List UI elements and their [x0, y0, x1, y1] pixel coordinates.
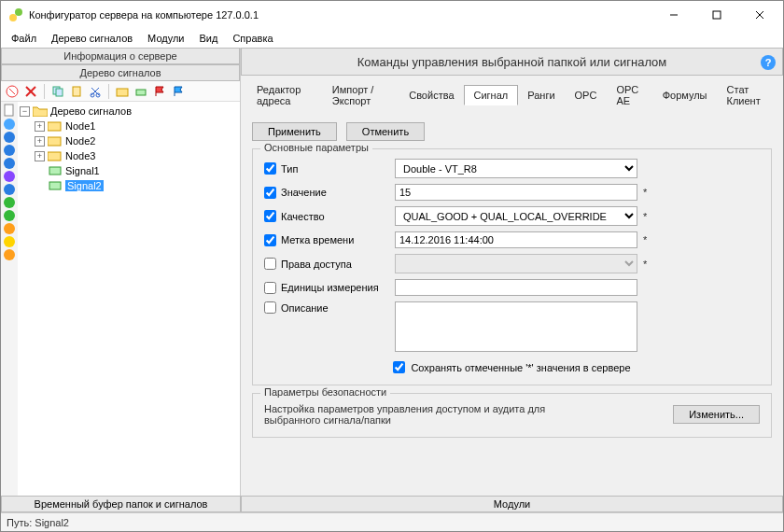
minimize-button[interactable] — [652, 1, 695, 29]
menu-signal-tree[interactable]: Дерево сигналов — [45, 31, 139, 46]
tab-opc[interactable]: OPC — [565, 85, 608, 105]
folder-icon — [48, 119, 63, 133]
stop-icon[interactable] — [5, 84, 20, 99]
tab-opc-ae[interactable]: OPC AE — [606, 79, 652, 111]
flag-red-icon[interactable] — [152, 84, 167, 99]
tab-properties[interactable]: Свойства — [399, 85, 464, 105]
save-marked-checkbox[interactable] — [393, 361, 405, 373]
description-label: Описание — [281, 302, 329, 314]
panel-modules[interactable]: Модули — [241, 496, 783, 512]
new-signal-icon[interactable] — [133, 84, 148, 99]
security-params-legend: Параметры безопасности — [260, 386, 390, 398]
tree-item[interactable]: Node1 — [65, 120, 95, 132]
description-textarea[interactable] — [395, 301, 637, 352]
asterisk: * — [643, 211, 647, 222]
svg-rect-23 — [49, 167, 61, 175]
side-ball[interactable] — [4, 158, 15, 169]
delete-icon[interactable] — [23, 84, 38, 99]
copy-icon[interactable] — [50, 84, 65, 99]
tab-address-editor[interactable]: Редактор адреса — [246, 79, 323, 111]
expand-icon[interactable]: + — [35, 121, 45, 132]
value-label: Значение — [281, 187, 327, 198]
svg-rect-11 — [56, 89, 63, 96]
close-button[interactable] — [738, 1, 781, 29]
window-controls — [652, 1, 781, 29]
status-path-value: Signal2 — [35, 517, 69, 528]
quality-select[interactable]: QUAL_GOOD + QUAL_LOCAL_OVERRIDE — [395, 206, 637, 226]
menu-view[interactable]: Вид — [193, 31, 225, 46]
side-ball[interactable] — [4, 249, 15, 260]
tab-stat-client[interactable]: Стат Клиент — [717, 79, 777, 111]
asterisk: * — [643, 259, 647, 270]
access-select — [395, 254, 637, 273]
expand-icon[interactable]: + — [35, 136, 45, 147]
tab-ranges[interactable]: Ранги — [517, 85, 565, 105]
change-button[interactable]: Изменить... — [673, 405, 760, 424]
tabs: Редактор адреса Импорт / Экспорт Свойств… — [241, 76, 783, 115]
help-icon[interactable]: ? — [760, 54, 777, 71]
units-checkbox[interactable] — [264, 282, 276, 294]
svg-rect-3 — [713, 11, 721, 19]
side-ball[interactable] — [4, 119, 15, 130]
side-ball[interactable] — [4, 223, 15, 234]
side-ball[interactable] — [4, 145, 15, 156]
panel-server-info[interactable]: Информация о сервере — [1, 48, 240, 64]
folder-icon — [48, 134, 63, 147]
cut-icon[interactable] — [88, 84, 103, 99]
signal-icon — [48, 164, 63, 177]
apply-button[interactable]: Применить — [252, 122, 337, 141]
tree-toolbar — [1, 81, 240, 102]
timestamp-checkbox[interactable] — [264, 234, 276, 246]
tab-formulas[interactable]: Формулы — [652, 85, 718, 105]
panel-signal-tree[interactable]: Дерево сигналов — [1, 64, 240, 81]
new-folder-icon[interactable] — [115, 84, 130, 99]
side-ball[interactable] — [4, 210, 15, 221]
signal-tree[interactable]: − Дерево сигналов + Node1 + Node2 + — [18, 102, 240, 496]
menu-modules[interactable]: Модули — [141, 31, 190, 46]
menubar: Файл Дерево сигналов Модули Вид Справка — [1, 29, 783, 48]
status-path-label: Путь: — [7, 517, 32, 528]
description-checkbox[interactable] — [264, 301, 276, 314]
menu-file[interactable]: Файл — [5, 31, 43, 46]
tree-root-label[interactable]: Дерево сигналов — [50, 105, 132, 117]
menu-help[interactable]: Справка — [226, 31, 279, 46]
command-header-title: Команды управления выбранной папкой или … — [357, 55, 667, 69]
signal-icon — [48, 179, 63, 192]
type-label: Тип — [281, 163, 298, 175]
tree-item-selected[interactable]: Signal2 — [65, 180, 104, 191]
timestamp-label: Метка времени — [281, 234, 354, 245]
main-params-legend: Основные параметры — [260, 142, 372, 153]
tree-item[interactable]: Node3 — [65, 150, 95, 161]
tab-import-export[interactable]: Импорт / Экспорт — [322, 79, 399, 111]
side-ball[interactable] — [4, 197, 15, 208]
units-input[interactable] — [395, 279, 637, 296]
timestamp-input[interactable] — [395, 231, 637, 248]
collapse-icon[interactable]: − — [20, 106, 30, 117]
tab-signal[interactable]: Сигнал — [464, 85, 519, 105]
panel-temp-buffer[interactable]: Временный буфер папок и сигналов — [1, 496, 241, 512]
folder-icon — [48, 149, 63, 162]
window-title: Конфигуратор сервера на компьютере 127.0… — [29, 9, 652, 21]
side-ball[interactable] — [4, 132, 15, 143]
type-select[interactable]: Double - VT_R8 — [395, 159, 637, 178]
tree-item[interactable]: Node2 — [65, 135, 95, 147]
paste-icon[interactable] — [69, 84, 84, 99]
side-doc-icon[interactable] — [3, 104, 16, 117]
expand-icon[interactable]: + — [35, 151, 45, 161]
type-checkbox[interactable] — [264, 162, 276, 175]
svg-point-0 — [9, 14, 17, 21]
side-ball[interactable] — [4, 171, 15, 182]
side-ball[interactable] — [4, 184, 15, 195]
value-input[interactable] — [395, 184, 637, 201]
side-ball[interactable] — [4, 236, 15, 247]
maximize-button[interactable] — [695, 1, 738, 29]
value-checkbox[interactable] — [264, 187, 276, 199]
flag-blue-icon[interactable] — [171, 84, 186, 99]
cancel-button[interactable]: Отменить — [346, 122, 425, 141]
main-params-group: Основные параметры Тип Double - VT_R8 Зн… — [252, 148, 772, 385]
access-checkbox[interactable] — [264, 258, 276, 270]
folder-open-icon — [33, 105, 48, 118]
tree-item[interactable]: Signal1 — [65, 165, 100, 176]
svg-rect-20 — [48, 122, 61, 131]
quality-checkbox[interactable] — [264, 210, 276, 222]
